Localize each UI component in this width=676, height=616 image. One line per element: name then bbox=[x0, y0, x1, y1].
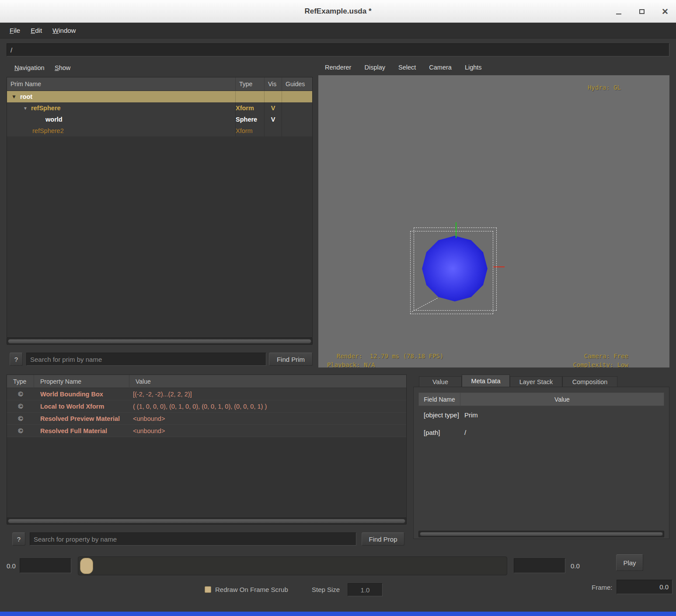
tab-meta-data[interactable]: Meta Data bbox=[462, 374, 510, 387]
property-row[interactable]: © Resolved Preview Material <unbound> bbox=[7, 413, 406, 425]
frame-input[interactable] bbox=[617, 580, 673, 594]
slider-handle[interactable] bbox=[80, 558, 93, 574]
prim-vis-root[interactable] bbox=[265, 91, 282, 102]
column-prop-type[interactable]: Type bbox=[7, 375, 34, 388]
column-type[interactable]: Type bbox=[236, 77, 265, 91]
property-name: World Bounding Box bbox=[34, 391, 129, 398]
menu-camera[interactable]: Camera bbox=[422, 61, 458, 74]
property-table: Type Property Name Value © World Boundin… bbox=[7, 374, 407, 524]
prim-vis-world[interactable]: V bbox=[265, 114, 282, 125]
expand-arrow-icon[interactable]: ▼ bbox=[11, 94, 17, 100]
tree-row-world[interactable]: world Sphere V bbox=[7, 114, 312, 125]
column-guides[interactable]: Guides bbox=[282, 77, 312, 91]
prim-name-root: root bbox=[20, 93, 32, 100]
x-axis-line bbox=[493, 266, 505, 267]
play-button[interactable]: Play bbox=[616, 554, 643, 571]
property-value: [(-2, -2, -2)...(2, 2, 2)] bbox=[129, 391, 406, 398]
prim-type-refsphere: Xform bbox=[236, 102, 265, 114]
prim-type-world: Sphere bbox=[236, 114, 265, 125]
window-title: RefExample.usda * bbox=[0, 0, 676, 23]
tree-row-root[interactable]: ▼root bbox=[7, 91, 312, 102]
find-prop-button[interactable]: Find Prop bbox=[362, 532, 404, 546]
range-start-label: 0.0 bbox=[7, 562, 16, 570]
property-row[interactable]: © Resolved Full Material <unbound> bbox=[7, 425, 406, 437]
prim-name-refsphere: refSphere bbox=[31, 105, 61, 112]
meta-hscrollbar[interactable] bbox=[418, 531, 664, 537]
property-value: <unbound> bbox=[129, 415, 406, 422]
menu-lights[interactable]: Lights bbox=[458, 61, 488, 74]
hud-render-stats: Render: 12.79 ms (78.18 FPS) bbox=[337, 353, 443, 360]
meta-table-header: Field Name Value bbox=[418, 392, 664, 406]
step-size-input[interactable] bbox=[348, 583, 383, 596]
prim-path-input[interactable] bbox=[7, 43, 669, 56]
find-prim-button[interactable]: Find Prim bbox=[269, 353, 313, 366]
close-icon: ✕ bbox=[662, 7, 669, 16]
prim-vis-refsphere[interactable]: V bbox=[265, 102, 282, 114]
property-name: Resolved Full Material bbox=[34, 427, 129, 434]
menu-display[interactable]: Display bbox=[358, 61, 392, 74]
column-vis[interactable]: Vis bbox=[265, 77, 282, 91]
meta-row[interactable]: [object type] Prim bbox=[418, 406, 664, 424]
property-value: ( (1, 0, 0, 0), (0, 1, 0, 0), (0, 0, 1, … bbox=[129, 403, 406, 410]
range-end-input[interactable] bbox=[514, 558, 565, 573]
menu-edit[interactable]: Edit bbox=[25, 23, 47, 38]
column-prop-value[interactable]: Value bbox=[129, 375, 406, 388]
column-prop-name[interactable]: Property Name bbox=[34, 375, 129, 388]
tab-show[interactable]: Show bbox=[55, 64, 70, 71]
meta-data-table: Field Name Value [object type] Prim [pat… bbox=[418, 392, 664, 441]
tab-navigation[interactable]: Navigation bbox=[14, 64, 45, 71]
hud-playback: Playback: N/A bbox=[327, 361, 375, 368]
menu-file[interactable]: File bbox=[4, 23, 25, 38]
viewport-menubar: Renderer Display Select Camera Lights bbox=[318, 61, 488, 74]
menu-renderer[interactable]: Renderer bbox=[318, 61, 358, 74]
minimize-button[interactable] bbox=[615, 8, 623, 15]
prim-guides-refsphere2 bbox=[282, 125, 312, 136]
prim-tree-header: Prim Name Type Vis Guides bbox=[7, 77, 312, 91]
bottom-accent-strip bbox=[0, 612, 676, 616]
prim-help-button[interactable]: ? bbox=[10, 353, 23, 366]
maximize-button[interactable] bbox=[638, 8, 646, 15]
redraw-checkbox[interactable] bbox=[205, 586, 211, 593]
tab-layer-stack[interactable]: Layer Stack bbox=[510, 376, 562, 387]
property-name: Local to World Xform bbox=[34, 403, 129, 410]
prim-tree-hscrollbar[interactable] bbox=[7, 338, 313, 345]
prim-guides-root bbox=[282, 91, 312, 102]
computed-icon: © bbox=[18, 415, 23, 422]
property-table-header: Type Property Name Value bbox=[7, 375, 406, 388]
prim-vis-refsphere2[interactable] bbox=[265, 125, 282, 136]
property-search-input[interactable] bbox=[30, 532, 356, 546]
maximize-icon bbox=[639, 9, 645, 14]
tree-row-refsphere2[interactable]: refSphere2 Xform bbox=[7, 125, 312, 136]
y-axis-line bbox=[456, 222, 456, 238]
column-field-name[interactable]: Field Name bbox=[419, 393, 460, 406]
property-row[interactable]: © World Bounding Box [(-2, -2, -2)...(2,… bbox=[7, 388, 406, 400]
menu-window[interactable]: Window bbox=[47, 23, 81, 38]
menubar: File Edit Window bbox=[0, 23, 676, 38]
hud-renderer: Hydra: GL bbox=[588, 84, 621, 91]
menu-select[interactable]: Select bbox=[392, 61, 422, 74]
titlebar: RefExample.usda * ✕ bbox=[0, 0, 676, 23]
meta-row[interactable]: [path] / bbox=[418, 424, 664, 441]
property-help-button[interactable]: ? bbox=[12, 532, 25, 546]
viewport-3d[interactable]: Hydra: GL Render: 12.79 ms (78.18 FPS) P… bbox=[318, 75, 669, 368]
close-button[interactable]: ✕ bbox=[662, 8, 669, 15]
column-prim-name[interactable]: Prim Name bbox=[7, 77, 236, 91]
scrollbar-handle[interactable] bbox=[8, 519, 405, 523]
prim-search-input[interactable] bbox=[26, 353, 266, 366]
redraw-checkbox-label[interactable]: Redraw On Frame Scrub bbox=[215, 586, 288, 593]
property-hscrollbar[interactable] bbox=[7, 518, 407, 525]
prim-guides-world bbox=[282, 114, 312, 125]
prim-name-refsphere2: refSphere2 bbox=[32, 127, 64, 134]
scrollbar-handle[interactable] bbox=[420, 532, 663, 536]
computed-icon: © bbox=[18, 427, 23, 434]
range-end-label: 0.0 bbox=[571, 562, 580, 570]
scrollbar-handle[interactable] bbox=[8, 339, 311, 343]
range-start-input[interactable] bbox=[20, 558, 71, 573]
property-row[interactable]: © Local to World Xform ( (1, 0, 0, 0), (… bbox=[7, 400, 406, 413]
tab-composition[interactable]: Composition bbox=[562, 376, 617, 387]
column-field-value[interactable]: Value bbox=[460, 393, 664, 406]
expand-arrow-icon[interactable]: ▼ bbox=[23, 106, 28, 111]
tree-row-refsphere[interactable]: ▼refSphere Xform V bbox=[7, 102, 312, 114]
frame-slider[interactable] bbox=[78, 556, 507, 575]
tab-value[interactable]: Value bbox=[419, 376, 462, 387]
